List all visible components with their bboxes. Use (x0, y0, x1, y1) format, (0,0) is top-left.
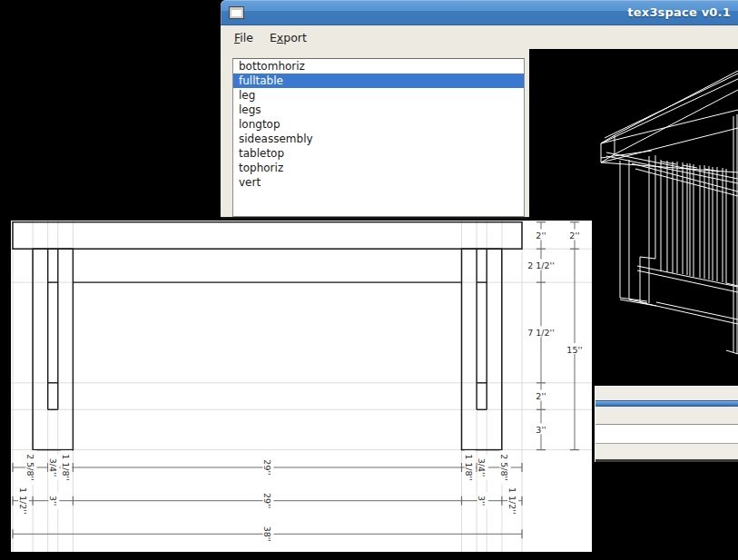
dimension-label: 2'' (569, 231, 579, 241)
dimension-label: 29'' (262, 493, 272, 508)
viewport-pane[interactable] (529, 49, 738, 219)
table-elevation-drawing: 2''2 1/2''7 1/2''2''3''2''15''2 5/8''3/4… (11, 221, 592, 552)
menubar: FileExport (221, 25, 738, 49)
dimension-label: 38'' (262, 526, 272, 542)
dimension-label: 3'' (536, 425, 546, 435)
window-title: tex3space v0.1 (627, 5, 731, 19)
background-window (595, 386, 738, 462)
part-outline (462, 249, 502, 449)
list-item-tabletop[interactable]: tabletop (233, 146, 524, 161)
background-window-bottom-edge (595, 459, 738, 462)
dimension-label: 1 1/2'' (507, 487, 517, 515)
window-icon[interactable] (229, 6, 244, 19)
parts-listbox[interactable]: bottomhorizfulltableleglegslongtopsideas… (232, 58, 525, 217)
dimension-label: 29'' (262, 459, 272, 475)
dimension-label: 7 1/2'' (527, 328, 555, 338)
dimension-label: 2 5/8'' (25, 454, 35, 481)
list-item-longtop[interactable]: longtop (233, 117, 524, 132)
window-icon-inner (231, 10, 241, 16)
tex3space-window: tex3space v0.1 FileExport bottomhorizful… (221, 0, 738, 219)
list-item-vert[interactable]: vert (233, 175, 524, 190)
background-window-selection-stripe (595, 400, 738, 407)
divider (595, 443, 738, 444)
dimension-label: 3'' (48, 496, 58, 506)
background-window-list-area (595, 425, 738, 443)
dimension-label: 2'' (536, 231, 546, 241)
dimension-label: 3'' (477, 496, 487, 506)
part-outline (33, 249, 73, 449)
list-item-bottomhoriz[interactable]: bottomhoriz (233, 59, 524, 74)
dimension-label: 2 5/8'' (499, 454, 509, 481)
drawing-canvas: 2''2 1/2''7 1/2''2''3''2''15''2 5/8''3/4… (11, 221, 592, 552)
dimension-label: 3/4'' (48, 458, 58, 477)
list-item-sideassembly[interactable]: sideassembly (233, 132, 524, 146)
dimension-label: 3/4'' (477, 458, 487, 477)
titlebar[interactable]: tex3space v0.1 (221, 0, 738, 25)
window-body: bottomhorizfulltableleglegslongtopsideas… (221, 49, 738, 219)
list-item-leg[interactable]: leg (233, 88, 524, 103)
dimension-label: 2 1/2'' (527, 260, 555, 270)
list-item-legs[interactable]: legs (233, 103, 524, 117)
menu-file[interactable]: File (226, 27, 261, 48)
dimension-label: 1 1/8'' (464, 454, 474, 481)
parts-pane: bottomhorizfulltableleglegslongtopsideas… (221, 49, 529, 219)
menu-export[interactable]: Export (261, 27, 315, 48)
list-item-tophoriz[interactable]: tophoriz (233, 161, 524, 175)
dimension-label: 1 1/8'' (61, 454, 71, 481)
part-outline (13, 222, 522, 250)
list-item-fulltable[interactable]: fulltable (233, 74, 524, 88)
dimension-label: 1 1/2'' (18, 487, 28, 515)
dimension-label: 15'' (566, 345, 582, 355)
dimension-label: 2'' (536, 391, 546, 401)
